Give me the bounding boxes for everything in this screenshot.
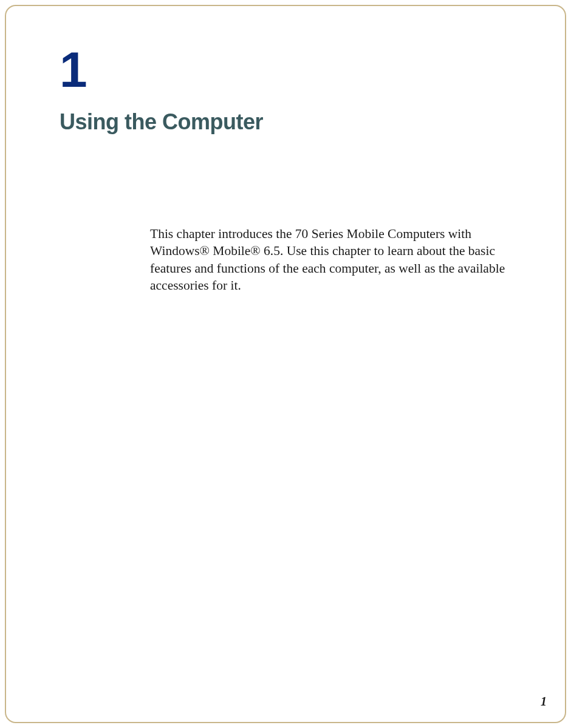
page-number: 1	[541, 695, 547, 709]
chapter-intro-paragraph: This chapter introduces the 70 Series Mo…	[150, 225, 510, 294]
chapter-title: Using the Computer	[60, 109, 263, 135]
chapter-number: 1	[60, 45, 87, 95]
